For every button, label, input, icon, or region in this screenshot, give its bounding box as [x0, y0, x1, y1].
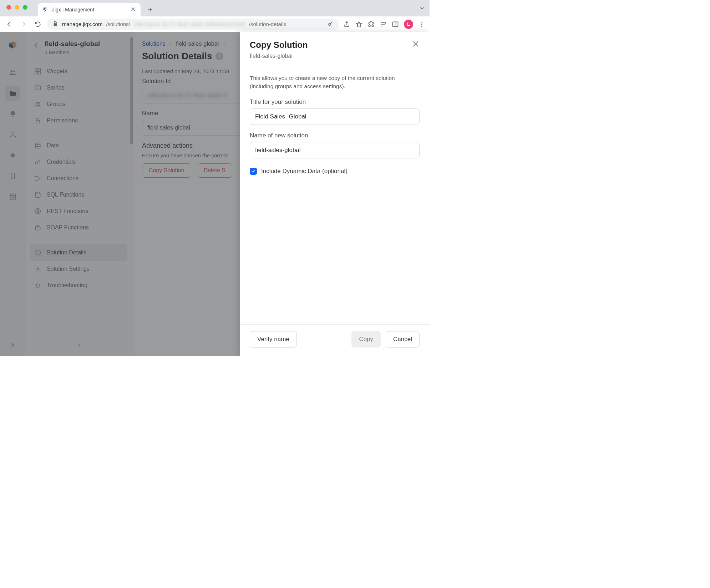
modal-close-button[interactable] — [412, 40, 420, 49]
help-icon[interactable]: ? — [215, 52, 223, 60]
tab-title: Jigx | Management — [52, 7, 126, 12]
sidebar-item-data[interactable]: Data — [30, 137, 127, 154]
cancel-button[interactable]: Cancel — [386, 331, 420, 348]
rail-item-people[interactable] — [5, 65, 20, 80]
reading-list-icon[interactable] — [380, 21, 387, 28]
svg-rect-19 — [35, 69, 38, 71]
profile-avatar[interactable]: L — [404, 20, 413, 29]
window-zoom-dot[interactable] — [23, 5, 27, 10]
sidebar-item-label: SOAP Functions — [47, 224, 89, 231]
tabs-dropdown-icon[interactable] — [419, 5, 425, 13]
svg-point-7 — [421, 26, 422, 27]
rail-item-solutions[interactable] — [5, 86, 20, 101]
sql-icon — [34, 191, 42, 199]
rail-item-debug[interactable] — [5, 148, 20, 163]
url-obscured-segment: c9613eca 3172 4eef ab40 0d848ca22466 — [134, 21, 245, 27]
svg-point-11 — [11, 70, 12, 72]
sidebar-item-label: Widgets — [47, 68, 67, 75]
sidebar-item-widgets[interactable]: Widgets — [30, 63, 127, 80]
sidebar-collapse-icon[interactable] — [76, 342, 83, 350]
sidebar-item-troubleshooting[interactable]: Troubleshooting — [30, 277, 127, 294]
page-title: Solution Details — [142, 51, 212, 62]
sidebar-item-sql-functions[interactable]: SQL Functions — [30, 187, 127, 203]
sidebar-item-rest-functions[interactable]: REST Functions — [30, 203, 127, 219]
rail-item-notifications[interactable] — [5, 106, 20, 121]
svg-point-29 — [35, 176, 36, 177]
new-tab-button[interactable] — [145, 4, 156, 15]
svg-rect-22 — [38, 72, 41, 74]
browser-tab[interactable]: Jigx | Management — [38, 3, 141, 16]
svg-point-37 — [36, 284, 39, 288]
svg-point-25 — [38, 102, 40, 104]
sidebar-item-permissions[interactable]: Permissions — [30, 112, 127, 129]
sidebar-scrollbar[interactable] — [130, 37, 133, 144]
svg-rect-21 — [35, 72, 38, 74]
breadcrumb-current[interactable]: field-sales-global — [176, 41, 219, 47]
rail-expand-icon[interactable] — [10, 342, 16, 350]
svg-point-6 — [421, 24, 422, 25]
star-icon[interactable] — [355, 21, 362, 28]
sidebar-item-solution-details[interactable]: Solution Details — [30, 244, 127, 261]
side-panel-icon[interactable] — [392, 21, 399, 28]
sidebar-item-label: Solution Details — [47, 249, 86, 256]
share-icon[interactable] — [343, 21, 350, 28]
svg-point-3 — [329, 23, 331, 25]
credentials-icon — [34, 158, 42, 166]
sidebar-item-credentials[interactable]: Credentials — [30, 154, 127, 170]
rail-item-mobile[interactable] — [5, 168, 20, 183]
sidebar-subtitle: 3 Members — [45, 50, 100, 55]
modal-subtitle: field-sales-global — [250, 53, 407, 59]
tab-close-icon[interactable] — [130, 6, 136, 14]
copy-button[interactable]: Copy — [351, 331, 381, 348]
key-icon[interactable] — [328, 20, 334, 28]
copy-solution-button[interactable]: Copy Solution — [142, 163, 191, 178]
nav-reload-button[interactable] — [33, 19, 43, 29]
jigx-favicon — [42, 6, 49, 13]
nav-back-button[interactable] — [4, 19, 14, 29]
sidebar-item-connections[interactable]: Connections — [30, 170, 127, 187]
chevron-right-icon: › — [223, 41, 225, 47]
sidebar-item-soap-functions[interactable]: SOAP Functions — [30, 219, 127, 236]
sidebar-item-groups[interactable]: Groups — [30, 96, 127, 112]
url-path-suffix: /solution-details — [249, 21, 286, 27]
verify-name-button[interactable]: Verify name — [250, 331, 297, 348]
include-dynamic-data-row[interactable]: Include Dynamic Data (optional) — [250, 168, 420, 175]
modal-footer: Verify name Copy Cancel — [240, 324, 430, 356]
address-bar[interactable]: manage.jigx.com/solutions/c9613eca 3172 … — [47, 19, 339, 30]
svg-point-36 — [37, 268, 39, 270]
sidebar: field-sales-global 3 Members WidgetsStor… — [26, 32, 133, 356]
sidebar-back-button[interactable] — [32, 41, 41, 50]
modal-title-input-label: Title for your solution — [250, 98, 420, 106]
left-rail — [0, 32, 26, 356]
svg-point-18 — [12, 178, 13, 178]
modal-name-input[interactable] — [250, 142, 420, 158]
delete-solution-button[interactable]: Delete S — [197, 163, 232, 178]
modal-title-input[interactable] — [250, 108, 420, 125]
browser-toolbar: manage.jigx.com/solutions/c9613eca 3172 … — [0, 16, 430, 32]
stories-icon — [34, 84, 42, 92]
jigx-logo[interactable] — [6, 39, 19, 51]
modal-body: This allows you to create a new copy of … — [240, 66, 430, 324]
svg-point-12 — [13, 71, 15, 72]
modal-header: Copy Solution field-sales-global — [240, 32, 430, 66]
url-host: manage.jigx.com — [62, 21, 102, 27]
modal-title: Copy Solution — [250, 40, 407, 50]
lock-icon — [52, 20, 59, 28]
browser-tab-strip: Jigx | Management — [0, 0, 430, 16]
window-minimize-dot[interactable] — [15, 5, 19, 10]
rail-item-network[interactable] — [5, 127, 20, 142]
svg-point-24 — [36, 102, 37, 104]
sidebar-item-stories[interactable]: Stories — [30, 80, 127, 96]
svg-rect-2 — [54, 23, 57, 26]
settings-icon — [34, 265, 42, 273]
svg-point-16 — [11, 153, 14, 157]
extensions-icon[interactable] — [367, 21, 375, 28]
groups-icon — [34, 100, 42, 108]
sidebar-item-solution-settings[interactable]: Solution Settings — [30, 261, 127, 277]
include-dynamic-data-checkbox[interactable] — [250, 168, 257, 175]
window-close-dot[interactable] — [6, 5, 11, 10]
breadcrumb-root[interactable]: Solutions — [142, 41, 166, 47]
chrome-menu-icon[interactable] — [418, 21, 425, 28]
rail-item-store[interactable] — [5, 189, 20, 204]
sidebar-item-label: Troubleshooting — [47, 282, 87, 289]
